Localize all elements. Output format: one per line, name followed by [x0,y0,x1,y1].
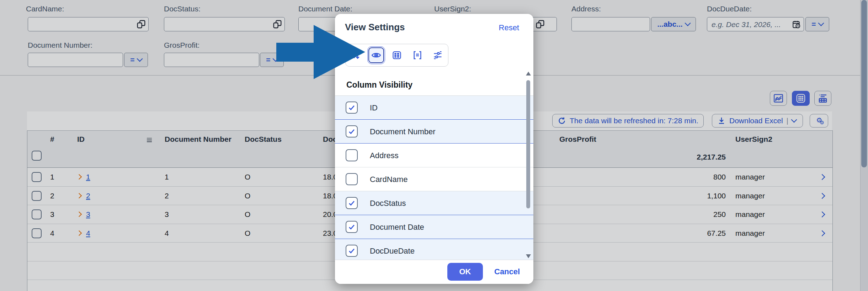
item-checkbox[interactable] [346,197,358,209]
view-settings-dialog: View Settings Reset Column Visibility ID [335,14,533,284]
dialog-scrollbar[interactable] [525,70,531,260]
item-checkbox[interactable] [346,102,358,114]
cancel-button[interactable]: Cancel [494,267,520,276]
checkmark-icon [348,104,356,111]
reset-link[interactable]: Reset [499,23,519,32]
eye-icon [371,50,382,61]
item-label: DocDueDate [370,239,415,260]
app-screen: CardName: DocStatus: Document Date: User… [0,0,868,291]
group-icon [412,50,422,60]
column-visibility-item[interactable]: Address [335,144,533,167]
checkmark-icon [348,247,356,255]
tab-group[interactable] [407,44,428,66]
item-label: CardName [370,167,408,191]
dialog-scrollbar-thumb[interactable] [526,80,530,208]
scroll-down-icon[interactable] [526,254,531,258]
table-layout-icon [392,50,402,60]
item-checkbox[interactable] [346,149,358,161]
tab-filter[interactable] [427,44,448,66]
sort-icon [351,50,361,60]
scroll-up-icon[interactable] [526,72,531,76]
tab-column-visibility[interactable] [366,44,387,66]
item-checkbox[interactable] [346,173,358,185]
column-visibility-item[interactable]: Document Date [335,215,533,239]
item-label: DocStatus [370,191,406,215]
item-checkbox[interactable] [346,221,358,233]
dialog-title: View Settings [345,22,405,33]
item-label: Document Number [370,120,436,144]
section-title: Column Visibility [346,80,412,90]
settings-tabstrip [345,44,448,67]
item-label: Address [370,144,399,167]
tab-table-layout[interactable] [387,44,407,66]
column-visibility-item[interactable]: ID [335,96,533,120]
checkmark-icon [348,223,356,231]
column-visibility-item[interactable]: CardName [335,167,533,191]
column-visibility-list: IDDocument NumberAddressCardNameDocStatu… [335,95,533,260]
filter-sliders-icon [433,50,443,60]
item-checkbox[interactable] [346,125,358,137]
item-label: ID [370,96,378,120]
tab-sort[interactable] [346,44,366,66]
item-checkbox[interactable] [346,245,358,257]
column-visibility-item[interactable]: DocDueDate [335,239,533,260]
column-visibility-item[interactable]: Document Number [335,120,533,144]
dialog-footer: OK Cancel [335,260,533,284]
column-visibility-item[interactable]: DocStatus [335,191,533,215]
ok-button[interactable]: OK [447,263,483,281]
checkmark-icon [348,199,356,207]
checkmark-icon [348,128,356,135]
item-label: Document Date [370,215,424,239]
